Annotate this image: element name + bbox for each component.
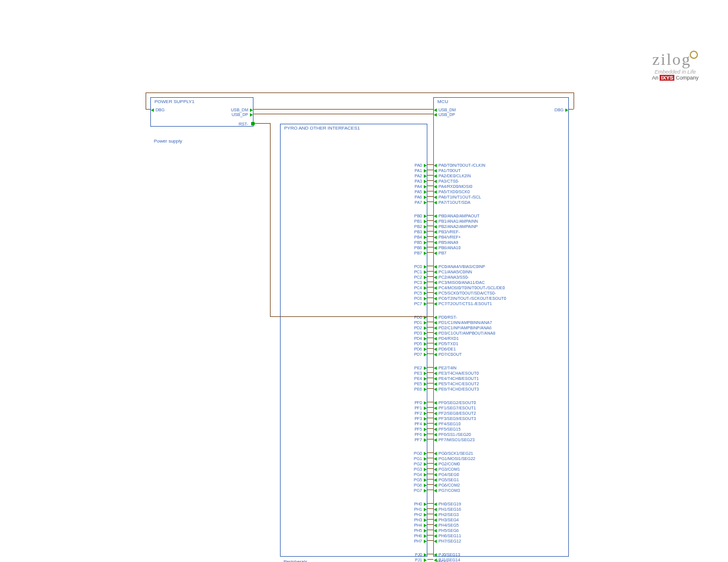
arrow-in-icon [424, 326, 427, 330]
pyro-pin-pb4: PB4 [281, 234, 427, 240]
pyro-pin-pb0: PB0 [281, 213, 427, 219]
mcu-pin-pe6: PE6/T4CHD/ESOUT3 [434, 386, 568, 392]
logo-tagline1: Embedded in Life [652, 69, 699, 75]
pyro-pin-pg0: PG0 [281, 451, 427, 456]
net-pb2 [427, 226, 433, 226]
pyro-pin-ph3: PH3 [281, 517, 427, 523]
net-pb1 [427, 220, 433, 221]
mcu-pin-pb2: PB2/ANA2/AMPAINP [434, 224, 568, 229]
arrow-in-icon [424, 366, 427, 370]
mcu-pin-pg6: PG6/COM2 [434, 482, 568, 488]
arrow-in-icon [424, 270, 427, 274]
net-pf3 [427, 418, 433, 418]
mcu-pin-label: PC7/T2OUT/CTS1-/ESOUT1 [434, 301, 492, 306]
net-ph1 [427, 508, 433, 509]
mcu-pin-label: PA3/CTS0- [434, 178, 459, 184]
pyro-pin-pa2: PA2 [281, 173, 427, 178]
net-ph2 [427, 514, 433, 514]
net-pj0 [427, 554, 433, 554]
arrow-in-icon [424, 185, 427, 189]
arrow-in-icon [424, 401, 427, 405]
arrow-in-icon [424, 332, 427, 335]
pyro-pin-label: PH7 [414, 538, 422, 544]
mcu-pin-label: PG6/COM2 [434, 482, 460, 488]
net-pd6 [427, 348, 433, 349]
pyro-pin-pa1: PA1 [281, 168, 427, 173]
net-pf2 [427, 412, 433, 413]
mcu-pin-label: PA0/T0IN/T0OUT-/CLKIN [434, 163, 485, 168]
net-dbg-e [569, 109, 574, 110]
mcu-pin-label: PD0/RST- [434, 315, 457, 320]
mcu-pin-pa3: PA3/CTS0- [434, 178, 568, 184]
mcu-pin-label: PF7/MISO1/SEG23 [434, 437, 475, 442]
arrow-in-icon [424, 236, 427, 239]
pyro-pin-label: PC4 [414, 285, 422, 290]
net-pe6 [427, 388, 433, 389]
net-pa3 [427, 180, 433, 181]
mcu-pin-ph4: PH4/SEG5 [434, 523, 568, 528]
mcu-pin-ph2: PH2/SEG3 [434, 512, 568, 517]
arrow-in-icon [424, 484, 427, 487]
net-pd3 [427, 332, 433, 333]
net-pe3 [427, 372, 433, 373]
pyro-block: PYRO AND OTHER INTERFACES1 PA0PA1PA2PA3P… [280, 124, 427, 557]
mcu-pin-label: PG5/SEG1 [434, 477, 459, 482]
power-supply-block: POWER SUPPLY1 DBG USB_DM USB_DP RST- [150, 97, 253, 127]
mcu-pin-pc6: PC6/T2IN/TOUT-/SCKOUT/ESOUT0 [434, 296, 568, 301]
pyro-pin-pg6: PG6 [281, 482, 427, 488]
net-pa1 [427, 170, 433, 170]
pyro-pin-label: PB5 [414, 240, 422, 245]
mcu-pin-pb1: PB1/ANA1/AMPAINN [434, 219, 568, 224]
net-pf1 [427, 407, 433, 408]
arrow-in-icon [424, 180, 427, 183]
mcu-pin-label: PA2/DE0/CLK2IN [434, 173, 471, 178]
pyro-pin-pf4: PF4 [281, 421, 427, 427]
pyro-pin-label: PF4 [414, 421, 422, 427]
pyro-pin-label: PH1 [414, 507, 422, 512]
net-pb0 [427, 215, 433, 216]
pyro-pin-label: PD2 [414, 325, 422, 330]
mcu-pin-label: PE3/T4CHA/ESOUT0 [434, 371, 479, 376]
arrow-in-icon [424, 428, 427, 431]
pyro-pin-label: PF1 [414, 405, 422, 411]
pyro-pin-pd0: PD0 [281, 315, 427, 320]
mcu-pin-pf0: PF0/SEG2/ESOUT0 [434, 400, 568, 405]
mcu-pin-ph6: PH6/SEG11 [434, 533, 568, 538]
pyro-pin-ph5: PH5 [281, 528, 427, 533]
pyro-pin-label: PJ1 [415, 557, 422, 562]
mcu-block: MCU USB_DM DBG USB_DP PA0/T0IN/T0OUT-/CL… [433, 97, 569, 557]
arrow-in-icon [424, 174, 427, 178]
pyro-pin-pb7: PB7 [281, 250, 427, 256]
mcu-pin-label: PC4/MOSI0/T0IN/T0OUT-/SCL/DE0 [434, 285, 505, 290]
pyro-pin-pd7: PD7 [281, 352, 427, 357]
arrow-in-icon [424, 406, 427, 410]
mcu-pin-label: PH3/SEG4 [434, 517, 459, 523]
arrow-in-icon [424, 246, 427, 250]
mcu-pin-label: PD6/DE1 [434, 346, 456, 352]
power-supply-sub: Power supply [154, 138, 182, 144]
mcu-pin-label: PG4/SEG0 [434, 472, 459, 477]
mcu-pin-label: PB5/ANA9 [434, 240, 458, 245]
net-pa6 [427, 196, 433, 197]
arrow-in-icon [424, 489, 427, 492]
mcu-pin-pa7: PA7/T1OUT/SDA [434, 200, 568, 205]
pyro-pin-pd4: PD4 [281, 336, 427, 341]
pyro-pin-label: PG6 [414, 482, 422, 488]
pyro-pin-label: PF5 [414, 427, 422, 432]
mcu-pin-label: PF6/SS1-/SEG20 [434, 432, 471, 437]
mcu-pin-pd0: PD0/RST- [434, 315, 568, 320]
net-pf6 [427, 434, 433, 434]
mcu-pin-label: PB3/VREF- [434, 229, 460, 234]
mcu-pin-pc5: PC5/SCK0/T0OUT/SDA/CTS0- [434, 290, 568, 296]
mcu-pin-pe5: PE5/T4CHC/ESOUT2 [434, 381, 568, 386]
mcu-pin-pg3: PG3/COM1 [434, 467, 568, 472]
mcu-pin-pc1: PC1/ANA5/C0INN [434, 269, 568, 275]
pyro-pin-label: PD6 [414, 346, 422, 352]
pyro-pin-pe5: PE5 [281, 381, 427, 386]
net-pd2 [427, 327, 433, 328]
arrow-in-icon [424, 342, 427, 346]
net-ph3 [427, 519, 433, 520]
arrow-in-icon [424, 529, 427, 533]
pyro-pin-label: PD1 [414, 320, 422, 325]
mcu-pin-label: PJ0/SEG13 [434, 552, 460, 557]
